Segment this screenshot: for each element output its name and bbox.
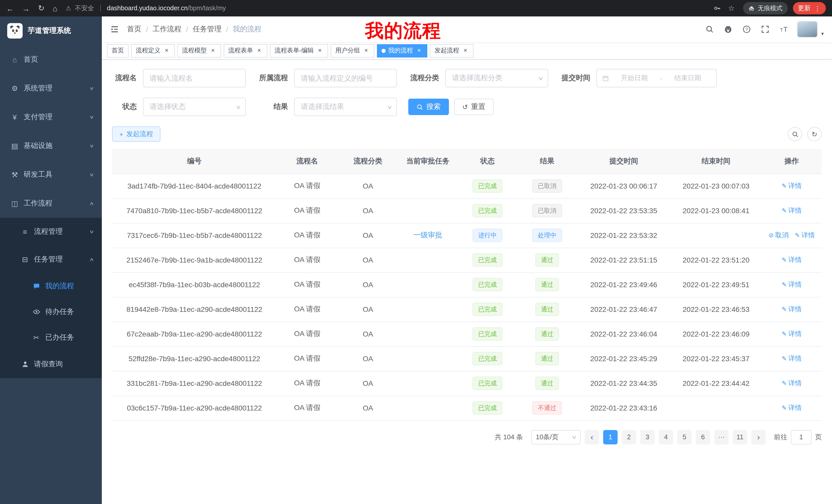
search-icon[interactable] [705,24,715,34]
sidebar-item-4[interactable]: ▤基础设施∨ [0,132,102,160]
breadcrumb-item[interactable]: 任务管理 [193,25,222,34]
tab-流程表单-编辑[interactable]: 流程表单-编辑× [270,44,328,57]
star-icon[interactable]: ☆ [728,4,734,12]
page-size-select[interactable]: 10条/页 ∨ [531,430,580,444]
status-select[interactable]: 请选择状态 ∨ [143,97,246,116]
result-select[interactable]: 请选择流结果 ∨ [294,97,397,116]
page-button-4[interactable]: 4 [659,430,673,444]
tab-流程模型[interactable]: 流程模型× [177,44,221,57]
chevron-down-icon[interactable]: ▾ [821,31,824,36]
page-button-1[interactable]: 1 [603,430,618,444]
sidebar-item-7[interactable]: ≡流程管理∨ [0,218,102,246]
detail-action-link[interactable]: ✎详情 [782,354,802,363]
tab-label: 流程表单 [228,46,253,55]
address-bar[interactable]: ⚠ 不安全 dashboard.yudao.iocoder.cn/bpm/tas… [66,4,734,12]
current-task-link[interactable]: 一级审批 [413,231,442,239]
kebab-menu-icon[interactable]: ⋮ [814,4,821,12]
sidebar-item-12[interactable]: 请假查询 [0,351,102,378]
tab-流程表单[interactable]: 流程表单× [224,44,267,57]
browser-home-icon[interactable]: ⌂ [53,4,57,12]
sidebar-item-3[interactable]: ¥支付管理∨ [0,103,102,132]
toggle-search-button[interactable] [788,127,802,141]
tab-流程定义[interactable]: 流程定义× [131,44,175,57]
hamburger-icon[interactable] [110,25,119,34]
sidebar-item-9[interactable]: 我的流程 [0,273,102,299]
detail-action-label: 详情 [788,403,802,413]
page-button-5[interactable]: 5 [677,430,692,444]
sidebar-item-8[interactable]: ⊟任务管理∧ [0,246,102,273]
process-definition-field: 所属流程 [257,69,397,87]
tab-label: 用户分组 [335,46,360,55]
refresh-button[interactable]: ↻ [807,127,822,141]
detail-action-link[interactable]: ✎详情 [782,181,802,191]
tab-我的流程[interactable]: 我的流程× [377,44,427,57]
process-name-input[interactable] [143,69,246,87]
process-definition-input[interactable] [294,69,397,87]
search-button[interactable]: 搜索 [408,99,449,115]
table-column-header: 编号 [112,149,277,174]
reload-icon[interactable]: ↻ [38,4,45,13]
help-icon[interactable]: ? [742,24,752,34]
avatar[interactable] [798,22,817,37]
sidebar-item-11[interactable]: ✂已办任务 [0,325,102,351]
edit-icon: ✎ [782,355,787,362]
back-icon[interactable]: ← [6,4,14,12]
prev-page-button[interactable]: ‹ [585,430,599,444]
detail-action-label: 详情 [788,255,802,264]
detail-action-link[interactable]: ✎详情 [782,280,802,289]
page-button-2[interactable]: 2 [622,430,636,444]
detail-action-link[interactable]: ✎详情 [782,305,802,314]
detail-action-link[interactable]: ✎详情 [782,379,802,388]
category-select[interactable]: 请选择流程分类 ∨ [445,69,548,87]
cancel-action-link[interactable]: ⊘取消 [769,231,788,240]
tab-首页[interactable]: 首页 [107,44,129,57]
goto-page-input[interactable] [791,430,811,444]
sidebar-item-10[interactable]: 待办任务 [0,299,102,325]
forward-icon[interactable]: → [22,4,30,12]
tab-用户分组[interactable]: 用户分组× [331,44,374,57]
detail-action-link[interactable]: ✎详情 [782,403,802,413]
page-button-3[interactable]: 3 [640,430,655,444]
key-icon[interactable] [714,5,721,12]
breadcrumb-item: 我的流程 [233,25,261,34]
row-current-task: 一级审批 [398,223,458,248]
sidebar-item-2[interactable]: ⚙系统管理∨ [0,74,102,103]
tab-发起流程[interactable]: 发起流程× [430,44,474,57]
fullscreen-icon[interactable] [760,24,770,34]
start-process-button[interactable]: + 发起流程 [112,127,160,142]
tab-close-icon[interactable]: × [316,47,323,54]
detail-action-link[interactable]: ✎详情 [782,255,802,264]
font-size-icon[interactable]: TT [779,24,789,34]
chat-icon [32,283,41,290]
detail-action-link[interactable]: ✎详情 [795,231,815,240]
page-button-6[interactable]: 6 [696,430,710,444]
breadcrumb-item[interactable]: 首页 [127,25,141,34]
update-button[interactable]: 更新 ⋮ [793,2,826,15]
row-id: 331bc281-7b9a-11ec-a290-acde48001122 [112,371,277,396]
tab-close-icon[interactable]: × [462,47,469,54]
sidebar-item-6[interactable]: ◫工作流程∧ [0,189,102,218]
search-icon [791,131,798,137]
tab-close-icon[interactable]: × [363,47,370,54]
tab-close-icon[interactable]: × [209,47,216,54]
row-id: 7317cec6-7b9b-11ec-b5b7-acde48001122 [112,223,277,248]
reset-button[interactable]: ↺ 重置 [454,99,494,115]
tab-close-icon[interactable]: × [415,47,423,54]
edit-icon: ✎ [782,183,787,190]
detail-action-link[interactable]: ✎详情 [782,206,802,215]
chevron-down-icon: ∨ [89,172,95,177]
tab-close-icon[interactable]: × [256,47,263,54]
submit-time-range-picker[interactable]: 开始日期 - 结束日期 [597,69,717,87]
sidebar-item-5[interactable]: ⚒研发工具∨ [0,160,102,189]
github-icon[interactable] [724,24,733,34]
detail-action-link[interactable]: ✎详情 [782,329,802,339]
next-page-button[interactable]: › [751,430,766,444]
calendar-icon [602,75,609,81]
page-button-11[interactable]: 11 [733,430,747,444]
row-process-name: OA 请假 [277,297,338,321]
tab-close-icon[interactable]: × [163,47,170,54]
pager-ellipsis[interactable]: ··· [714,430,729,444]
status-badge: 已完成 [473,253,502,267]
sidebar-item-1[interactable]: ⌂首页 [0,45,102,74]
breadcrumb-item[interactable]: 工作流程 [153,25,182,34]
